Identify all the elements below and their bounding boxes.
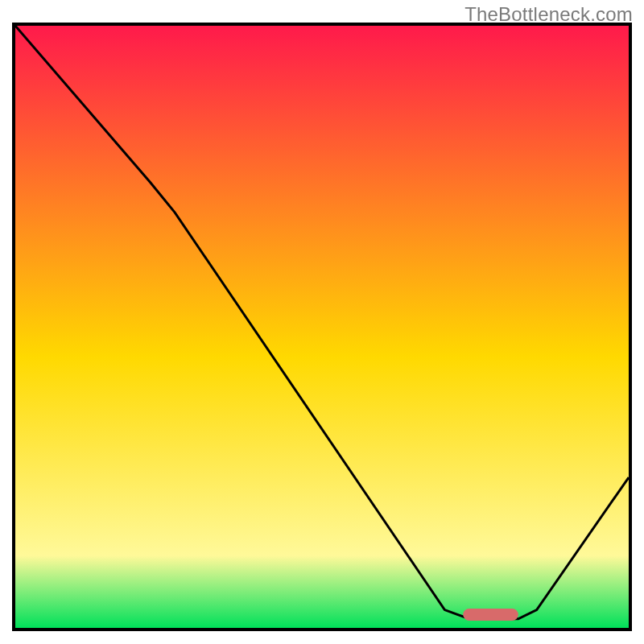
watermark-text: TheBottleneck.com — [464, 3, 633, 26]
optimal-marker — [463, 609, 518, 621]
bottleneck-chart — [15, 26, 629, 628]
gradient-background — [15, 26, 629, 628]
chart-frame: TheBottleneck.com — [0, 0, 644, 644]
